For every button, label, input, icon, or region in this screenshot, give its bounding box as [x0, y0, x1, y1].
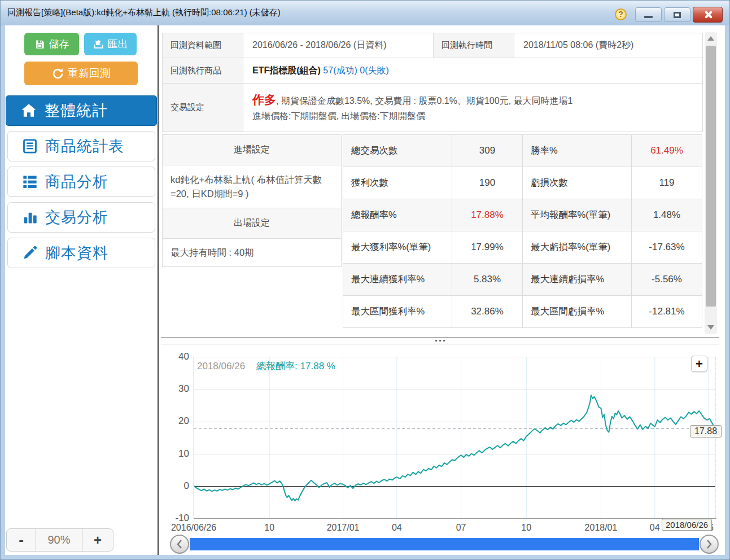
main-panel: 回測資料範圍 2016/06/26 - 2018/06/26 (日資料) 回測執… [159, 25, 725, 555]
product-result-link[interactable]: 57(成功) 0(失敗) [323, 65, 388, 75]
save-label: 儲存 [49, 37, 69, 51]
product-name: ETF指標股(組合) [252, 65, 321, 75]
minimize-button[interactable] [635, 7, 662, 22]
close-button[interactable] [693, 7, 723, 23]
home-icon [20, 102, 37, 119]
sidebar-item-trade-analysis[interactable]: 交易分析 [7, 202, 155, 233]
sidebar: 儲存 匯出 重新回測 整體統計 商品統計表 [5, 25, 159, 555]
x-axis-label: 07 [456, 523, 466, 533]
y-axis-label: 40 [159, 351, 189, 362]
exit-settings-text: 最大持有時間 : 40期 [163, 239, 342, 267]
close-icon [703, 10, 712, 19]
chart-svg [194, 357, 716, 518]
x-axis-line [194, 518, 716, 519]
vertical-scrollbar[interactable] [705, 32, 717, 334]
stat-value: 1.48% [632, 199, 702, 231]
rerun-backtest-button[interactable]: 重新回測 [24, 62, 138, 85]
stats-row: 最大獲利率%(單筆)17.99%最大虧損率%(單筆)-17.63% [343, 231, 702, 264]
stat-value: 32.86% [452, 296, 523, 328]
product-label: 回測執行商品 [163, 58, 243, 84]
trade-line2: 進場價格:下期開盤價, 出場價格:下期開盤價 [252, 108, 699, 124]
save-button[interactable]: 儲存 [24, 33, 79, 55]
zoom-level: 90% [36, 529, 82, 551]
stat-label: 最大區間獲利率% [343, 296, 452, 328]
scroll-up-arrow-icon[interactable] [707, 36, 714, 41]
x-axis-label: 10 [264, 523, 274, 533]
sidebar-item-product-stats-table[interactable]: 商品統計表 [7, 131, 155, 161]
trade-position: 作多 [252, 93, 276, 106]
stats-table: 總交易次數309勝率%61.49%獲利次數190虧損次數119總報酬率%17.8… [343, 134, 702, 328]
export-label: 匯出 [108, 37, 128, 51]
stat-value: 190 [452, 167, 523, 199]
sidebar-nav: 整體統計 商品統計表 商品分析 交易分析 腳本資料 [5, 95, 158, 268]
x-axis-label: 2018/01 [585, 523, 618, 533]
zoom-in-button[interactable]: + [82, 529, 113, 551]
crosshair-date-label: 2018/06/26 [662, 519, 712, 531]
product-value: ETF指標股(組合) 57(成功) 0(失敗) [243, 58, 703, 84]
window-title: 回測報告[策略](Beta版):kd鈍化+布林黏上軌 (執行時間:08:06:2… [7, 1, 281, 24]
y-axis-label: 30 [159, 383, 189, 395]
bar-chart-icon [22, 209, 38, 225]
y-axis-label: 20 [159, 415, 189, 427]
sidebar-item-label: 整體統計 [45, 100, 108, 121]
trade-setting-label: 交易設定 [163, 84, 243, 132]
scroll-down-arrow-icon[interactable] [707, 325, 714, 330]
sidebar-item-label: 交易分析 [45, 207, 108, 228]
stat-value: -12.81% [632, 296, 702, 328]
table-row: 交易設定 作多, 期貨保證金成數13.5%, 交易費用 : 股票0.1%、期貨1… [163, 84, 703, 132]
stat-value: 119 [632, 167, 702, 199]
title-bar: 回測報告[策略](Beta版):kd鈍化+布林黏上軌 (執行時間:08:06:2… [1, 1, 729, 25]
exec-time-value: 2018/11/05 08:06 (費時2秒) [514, 33, 703, 58]
vertical-scrollbar-thumb[interactable] [706, 46, 716, 307]
export-icon [93, 39, 104, 50]
x-axis-label: 04 [392, 523, 402, 533]
chart-zoom-in-button[interactable]: + [691, 356, 707, 372]
sidebar-item-overall-stats[interactable]: 整體統計 [6, 95, 157, 126]
sidebar-item-script-data[interactable]: 腳本資料 [7, 238, 155, 268]
minimize-icon [644, 16, 653, 18]
sidebar-item-label: 商品統計表 [45, 136, 124, 156]
stat-label: 最大連續獲利率% [343, 264, 452, 296]
stats-row: 總交易次數309勝率%61.49% [343, 135, 702, 167]
table-row: 回測執行商品 ETF指標股(組合) 57(成功) 0(失敗) [163, 58, 703, 84]
stat-value: 17.88% [452, 199, 523, 231]
crosshair-value-label: 17.88 [690, 425, 722, 438]
zoom-out-button[interactable]: - [7, 529, 36, 551]
help-button[interactable]: ? [615, 8, 627, 20]
refresh-icon [52, 68, 64, 80]
maximize-button[interactable] [664, 7, 690, 22]
app-body: 儲存 匯出 重新回測 整體統計 商品統計表 [5, 25, 725, 555]
stat-value: 5.83% [452, 264, 523, 296]
horizontal-scrollbar-track[interactable] [190, 538, 699, 550]
scroll-left-button[interactable] [170, 535, 189, 554]
stat-value: -5.56% [632, 264, 702, 296]
stats-row: 最大連續獲利率%5.83%最大連續虧損率%-5.56% [343, 264, 702, 296]
chart-header-value: 總報酬率: 17.88 % [256, 361, 335, 371]
stat-label: 勝率% [523, 135, 632, 167]
stat-label: 最大區間虧損率% [523, 296, 632, 328]
trade-setting-value: 作多, 期貨保證金成數13.5%, 交易費用 : 股票0.1%、期貨100元, … [243, 84, 703, 132]
stats-section: 進場設定 kd鈍化+布林黏上軌( 布林值計算天數=20, 日KD期間=9 ) 出… [162, 134, 702, 328]
stat-label: 總交易次數 [343, 135, 452, 167]
chevron-left-icon [176, 539, 183, 549]
zoom-control: - 90% + [6, 528, 113, 552]
sidebar-item-product-analysis[interactable]: 商品分析 [7, 167, 155, 197]
x-axis-label: 2016/06/26 [171, 523, 216, 533]
horizontal-scrollbar [170, 535, 719, 554]
stat-value: 17.99% [452, 231, 523, 264]
entry-settings-header: 進場設定 [163, 135, 342, 165]
panel-splitter[interactable] [161, 337, 719, 344]
stat-label: 平均報酬率%(單筆) [523, 199, 632, 231]
trade-line1: , 期貨保證金成數13.5%, 交易費用 : 股票0.1%、期貨100元, 最大… [276, 96, 572, 106]
scroll-right-button[interactable] [700, 535, 719, 554]
table-row: 回測資料範圍 2016/06/26 - 2018/06/26 (日資料) 回測執… [163, 33, 703, 58]
stat-label: 最大獲利率%(單筆) [343, 231, 452, 264]
x-axis-label: 10 [521, 523, 531, 533]
export-button[interactable]: 匯出 [84, 33, 137, 55]
x-axis-label: 04 [650, 523, 660, 533]
stat-label: 獲利次數 [343, 167, 452, 199]
exit-settings-header: 出場設定 [163, 208, 342, 239]
chart-panel: 2018/06/26總報酬率: 17.88 % + 17.88 2018/06/… [159, 344, 725, 555]
sidebar-item-label: 商品分析 [45, 172, 108, 192]
exec-time-label: 回測執行時間 [434, 33, 514, 58]
